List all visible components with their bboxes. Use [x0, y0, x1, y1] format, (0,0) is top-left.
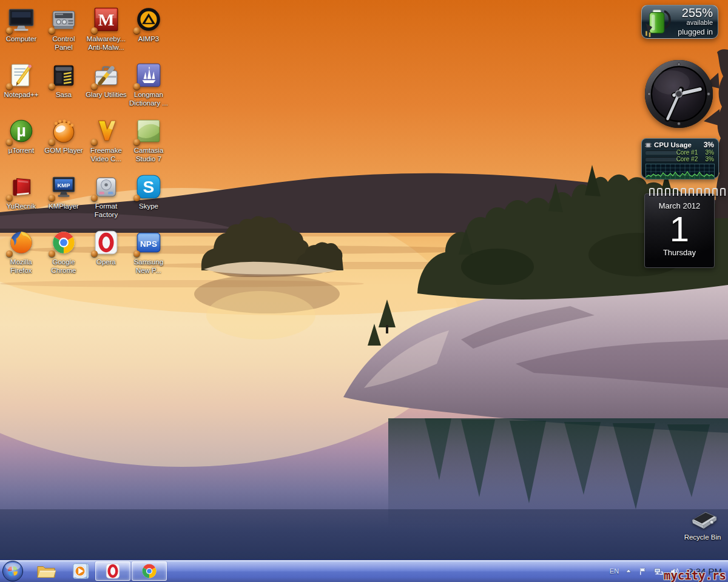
desktop-icon-malwarebytes[interactable]: M Malwareby... Anti-Malw... — [85, 2, 127, 58]
aimp3-icon — [134, 5, 163, 34]
svg-text:M: M — [98, 10, 115, 29]
language-indicator[interactable]: EN — [610, 567, 619, 575]
yurecnik-icon — [7, 172, 36, 201]
chrome-icon — [49, 228, 78, 257]
desktop-icon-sasa[interactable]: Sasa — [42, 58, 85, 114]
gom-player-icon — [49, 116, 78, 146]
shortcut-overlay-icon — [91, 195, 98, 201]
desktop-icon-camtasia[interactable]: Camtasia Studio 7 — [127, 114, 170, 170]
start-button[interactable] — [2, 560, 24, 582]
cpu-core1-label: Core #1 — [676, 149, 698, 156]
desktop-icon-label: Camtasia Studio 7 — [124, 147, 174, 163]
desktop-icon-skype[interactable]: S Skype — [127, 170, 170, 226]
cpu-total-percent: 3% — [704, 141, 714, 149]
desktop-icon-freemake[interactable]: Freemake Video C... — [85, 114, 127, 170]
opera-taskbar-button[interactable] — [95, 561, 130, 581]
desktop-icon-control-panel[interactable]: Control Panel — [42, 2, 85, 58]
shortcut-overlay-icon — [49, 195, 55, 201]
opera-icon — [92, 228, 121, 257]
desktop-icon-label: AIMP3 — [124, 35, 174, 44]
taskbar: EN 2:34 PM — [0, 560, 728, 582]
desktop-icon-label: Longman Dictionary ... — [124, 91, 174, 107]
desktop-icon-samsung-new-pc-studio[interactable]: NPS Samsung New P... — [127, 226, 170, 281]
desktop: Computer Control Panel M Malwareby... An… — [0, 0, 728, 582]
chrome-taskbar-button[interactable] — [132, 561, 167, 581]
desktop-icon-kmplayer[interactable]: KMP KMPlayer — [42, 170, 85, 226]
desktop-icon-computer[interactable]: Computer — [0, 2, 42, 58]
shortcut-overlay-icon — [133, 27, 140, 34]
desktop-icon-glary-utilities[interactable]: Glary Utilities — [85, 58, 127, 114]
shortcut-overlay-icon — [91, 83, 98, 90]
shortcut-overlay-icon — [49, 250, 55, 257]
desktop-icon-gom-player[interactable]: GOM Player — [42, 114, 85, 170]
cpu-core2-value: 3% — [699, 156, 714, 162]
shortcut-overlay-icon — [133, 250, 140, 257]
shortcut-overlay-icon — [49, 139, 55, 146]
camtasia-icon — [134, 116, 163, 146]
clock-face-icon — [644, 59, 713, 129]
shortcut-overlay-icon — [6, 250, 13, 257]
shortcut-overlay-icon — [133, 139, 140, 146]
desktop-icon-opera[interactable]: Opera — [85, 226, 127, 281]
sasa-folder-icon — [49, 61, 78, 90]
cpu-core1-bar — [645, 150, 678, 154]
calendar-day: 1 — [645, 211, 714, 247]
watermark-text: mycity.rs — [664, 569, 726, 582]
shortcut-overlay-icon — [91, 250, 98, 257]
desktop-icon-grid: Computer Control Panel M Malwareby... An… — [0, 2, 170, 281]
shortcut-overlay-icon — [6, 139, 13, 146]
cpu-gadget-title: CPU Usage — [654, 141, 704, 149]
windows-explorer-button[interactable] — [36, 562, 56, 580]
computer-icon — [7, 5, 36, 34]
notepad-plus-plus-icon — [7, 61, 36, 90]
desktop-icon-format-factory[interactable]: Format Factory — [85, 170, 127, 226]
cpu-core2-row: Core #2 3% — [642, 156, 718, 162]
network-icon[interactable] — [653, 567, 664, 576]
svg-text:NPS: NPS — [140, 239, 157, 249]
desktop-icon-utorrent[interactable]: µ µTorrent — [0, 114, 42, 170]
desktop-icon-aimp3[interactable]: AIMP3 — [127, 2, 170, 58]
desktop-icon-notepad-plus-plus[interactable]: Notepad++ — [0, 58, 42, 114]
analog-clock-gadget[interactable] — [644, 59, 713, 129]
calendar-weekday: Thursday — [645, 248, 714, 257]
windows-start-orb-icon — [2, 560, 24, 582]
chrome-icon — [141, 563, 158, 580]
control-panel-icon — [49, 5, 78, 34]
cpu-usage-gadget[interactable]: CPU Usage 3% Core #1 3% Core #2 3% — [641, 138, 719, 178]
desktop-icon-chrome[interactable]: Google Chrome — [42, 226, 85, 281]
shortcut-overlay-icon — [133, 83, 140, 90]
recycle-bin[interactable]: Recycle Bin — [672, 506, 728, 542]
battery-available-label: available — [678, 19, 713, 26]
cpu-core2-label: Core #2 — [676, 156, 698, 162]
desktop-icon-label: Samsung New P... — [124, 258, 174, 275]
svg-text:µ: µ — [16, 121, 26, 140]
media-player-icon — [70, 562, 90, 580]
format-factory-icon — [92, 172, 121, 201]
longman-dictionary-icon — [134, 61, 163, 90]
desktop-icon-longman-dictionary[interactable]: Longman Dictionary ... — [127, 58, 170, 114]
action-center-flag-icon[interactable] — [638, 567, 647, 576]
shortcut-overlay-icon — [6, 27, 13, 34]
calendar-spiral-binding — [649, 188, 726, 196]
windows-media-player-button[interactable] — [70, 562, 90, 580]
show-hidden-icons-button[interactable] — [625, 568, 632, 574]
desktop-icon-firefox[interactable]: Mozilla Firefox — [0, 226, 42, 281]
opera-icon — [104, 563, 121, 580]
calendar-page: March 2012 1 Thursday — [644, 193, 715, 268]
battery-meter-gadget[interactable]: 255% available plugged in — [641, 5, 718, 39]
utorrent-icon: µ — [7, 116, 36, 146]
cpu-core1-row: Core #1 3% — [642, 149, 718, 156]
shortcut-overlay-icon — [6, 195, 13, 201]
cpu-chip-icon — [645, 142, 652, 149]
shortcut-overlay-icon — [49, 83, 55, 90]
recycle-bin-icon — [685, 506, 720, 532]
shortcut-overlay-icon — [91, 139, 98, 146]
malwarebytes-icon: M — [92, 5, 121, 34]
cpu-core2-bar — [645, 157, 678, 161]
cpu-history-graph — [645, 164, 715, 179]
desktop-icon-yurecnik[interactable]: YuRecnik — [0, 170, 42, 226]
shortcut-overlay-icon — [91, 27, 98, 34]
calendar-gadget[interactable]: March 2012 1 Thursday — [644, 190, 715, 268]
shortcut-overlay-icon — [133, 195, 140, 201]
desktop-icon-label: Skype — [124, 202, 174, 211]
